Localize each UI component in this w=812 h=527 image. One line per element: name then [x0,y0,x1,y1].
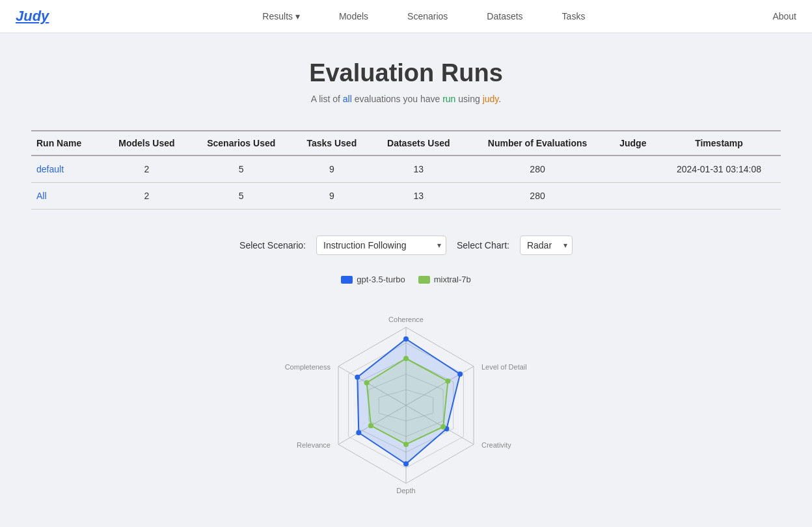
cell-timestamp-default: 2024-01-31 03:14:08 [657,155,781,183]
cell-scenarios-all: 5 [190,183,292,209]
radar-chart-container: Coherence Level of Detail Creativity Dep… [31,295,781,516]
col-models-used: Models Used [103,131,190,155]
legend-color-gpt [341,276,353,284]
axis-label-coherence: Coherence [388,316,424,323]
legend-label-gpt: gpt-3.5-turbo [357,275,405,284]
svg-point-22 [364,380,370,385]
cell-evals-all: 280 [466,183,608,209]
svg-point-16 [355,375,360,380]
cell-datasets-all: 13 [371,183,466,209]
cell-tasks-all: 9 [292,183,371,209]
page-subtitle: A list of all evaluations you have run u… [31,94,781,104]
cell-scenarios-default: 5 [190,155,292,183]
legend-item-gpt: gpt-3.5-turbo [341,275,405,284]
page-title: Evaluation Runs [31,59,781,87]
cell-evals-default: 280 [466,155,608,183]
axis-label-relevance: Relevance [297,441,331,449]
logo[interactable]: Judy [16,8,49,25]
nav-links: Results ▾ Models Scenarios Datasets Task… [75,11,772,21]
nav-item-models[interactable]: Models [339,11,368,21]
table-header-row: Run Name Models Used Scenarios Used Task… [31,131,781,155]
scenario-select-wrapper: Instruction Following Creative Writing Q… [316,236,446,255]
axis-label-level-of-detail: Level of Detail [481,363,527,371]
chart-type-label: Select Chart: [457,240,509,250]
cell-models-all: 2 [103,183,190,209]
col-num-evaluations: Number of Evaluations [466,131,608,155]
axis-label-depth: Depth [396,487,415,494]
svg-point-14 [403,461,409,466]
nav-item-about[interactable]: About [772,11,796,21]
cell-judge-all [609,183,657,209]
chart-type-select[interactable]: Radar Bar Line [520,236,573,255]
chart-controls: Select Scenario: Instruction Following C… [31,236,781,255]
col-datasets-used: Datasets Used [371,131,466,155]
nav-item-scenarios[interactable]: Scenarios [407,11,448,21]
cell-run-name-all: All [31,183,103,209]
col-judge: Judge [609,131,657,155]
col-scenarios-used: Scenarios Used [190,131,292,155]
col-run-name: Run Name [31,131,103,155]
cell-run-name-default: default [31,155,103,183]
axis-label-completeness: Completeness [285,363,331,371]
svg-point-19 [440,424,446,429]
svg-point-21 [368,423,373,428]
cell-datasets-default: 13 [371,155,466,183]
run-link-default[interactable]: default [36,164,64,174]
svg-point-17 [403,356,409,361]
nav-item-datasets[interactable]: Datasets [487,11,522,21]
svg-point-18 [445,379,450,384]
radar-chart: Coherence Level of Detail Creativity Dep… [269,295,543,516]
run-link-all[interactable]: All [36,191,47,201]
evaluation-table: Run Name Models Used Scenarios Used Task… [31,130,781,209]
svg-point-12 [457,372,463,377]
svg-point-20 [403,442,409,447]
nav-item-tasks[interactable]: Tasks [562,11,586,21]
axis-label-creativity: Creativity [481,441,511,449]
table-row: default 2 5 9 13 280 2024-01-31 03:14:08 [31,155,781,183]
chart-select-wrapper: Radar Bar Line [520,236,573,255]
scenario-select[interactable]: Instruction Following Creative Writing Q… [316,236,446,255]
cell-models-default: 2 [103,155,190,183]
cell-tasks-default: 9 [292,155,371,183]
col-tasks-used: Tasks Used [292,131,371,155]
cell-timestamp-all [657,183,781,209]
main-content: Evaluation Runs A list of all evaluation… [16,33,796,527]
legend-color-mixtral [418,276,430,284]
svg-point-15 [356,430,361,435]
cell-judge-default [609,155,657,183]
scenario-label: Select Scenario: [239,240,306,250]
nav-item-results[interactable]: Results ▾ [262,11,300,21]
table-row: All 2 5 9 13 280 [31,183,781,209]
col-timestamp: Timestamp [657,131,781,155]
legend-item-mixtral: mixtral-7b [418,275,471,284]
svg-point-11 [403,336,409,342]
legend-label-mixtral: mixtral-7b [434,275,471,284]
navigation: Judy Results ▾ Models Scenarios Datasets… [0,0,812,33]
chart-legend: gpt-3.5-turbo mixtral-7b [31,275,781,284]
